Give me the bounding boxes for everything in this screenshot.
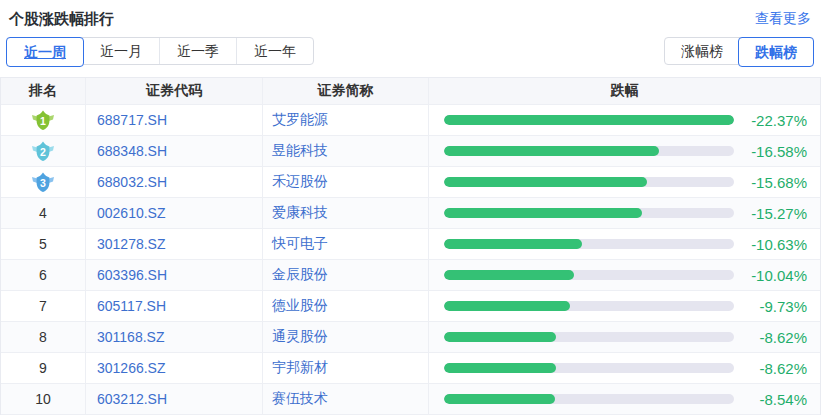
- rank-number: 7: [39, 298, 47, 314]
- change-cell: -15.68%: [429, 167, 820, 197]
- stock-name[interactable]: 快可电子: [263, 229, 429, 259]
- table-row[interactable]: 6 603396.SH 金辰股份 -10.04%: [1, 260, 820, 291]
- change-bar-track: [444, 363, 734, 373]
- change-bar-fill: [444, 177, 647, 187]
- stock-name[interactable]: 禾迈股份: [263, 167, 429, 197]
- stock-code[interactable]: 605117.SH: [86, 291, 263, 321]
- table-row[interactable]: 5 301278.SZ 快可电子 -10.63%: [1, 229, 820, 260]
- change-bar-fill: [444, 332, 556, 342]
- header-name: 证券简称: [263, 78, 429, 104]
- change-value: -10.04%: [734, 267, 807, 284]
- table-row[interactable]: 8 301168.SZ 通灵股份 -8.62%: [1, 322, 820, 353]
- change-value: -22.37%: [734, 112, 807, 129]
- ranking-table: 排名 证券代码 证券简称 跌幅 1 688717.SH 艾罗能源 -22.37%: [0, 77, 821, 415]
- change-bar-fill: [444, 270, 574, 280]
- rank-medal-icon: 2: [31, 140, 55, 162]
- change-bar-fill: [444, 146, 659, 156]
- stock-name[interactable]: 德业股份: [263, 291, 429, 321]
- change-value: -16.58%: [734, 143, 807, 160]
- change-value: -10.63%: [734, 236, 807, 253]
- change-value: -15.68%: [734, 174, 807, 191]
- change-bar-fill: [444, 363, 556, 373]
- change-value: -8.62%: [734, 329, 807, 346]
- change-bar-fill: [444, 394, 555, 404]
- stock-name[interactable]: 爱康科技: [263, 198, 429, 228]
- rank-cell: 9: [1, 353, 86, 383]
- table-row[interactable]: 2 688348.SH 昱能科技 -16.58%: [1, 136, 820, 167]
- stock-name[interactable]: 宇邦新材: [263, 353, 429, 383]
- header-rank: 排名: [1, 78, 86, 104]
- change-cell: -15.27%: [429, 198, 820, 228]
- stock-code[interactable]: 688717.SH: [86, 105, 263, 135]
- change-bar-track: [444, 177, 734, 187]
- period-tab-group: 近一周 近一月 近一季 近一年: [6, 37, 314, 65]
- stock-name[interactable]: 赛伍技术: [263, 384, 429, 414]
- change-value: -15.27%: [734, 205, 807, 222]
- rank-number: 8: [39, 329, 47, 345]
- see-more-link[interactable]: 查看更多: [755, 10, 811, 28]
- rank-cell: 8: [1, 322, 86, 352]
- table-row[interactable]: 1 688717.SH 艾罗能源 -22.37%: [1, 105, 820, 136]
- stock-name[interactable]: 通灵股份: [263, 322, 429, 352]
- controls-row: 近一周 近一月 近一季 近一年 涨幅榜 跌幅榜: [0, 37, 821, 65]
- stock-code[interactable]: 688032.SH: [86, 167, 263, 197]
- stock-code[interactable]: 603212.SH: [86, 384, 263, 414]
- table-row[interactable]: 7 605117.SH 德业股份 -9.73%: [1, 291, 820, 322]
- tab-last-week[interactable]: 近一周: [6, 37, 84, 67]
- change-bar-fill: [444, 208, 642, 218]
- tab-last-quarter[interactable]: 近一季: [159, 38, 236, 64]
- tab-last-month[interactable]: 近一月: [83, 38, 159, 64]
- change-cell: -8.54%: [429, 384, 820, 414]
- stock-code[interactable]: 688348.SH: [86, 136, 263, 166]
- stock-code[interactable]: 301168.SZ: [86, 322, 263, 352]
- change-bar-fill: [444, 115, 734, 125]
- rank-number: 4: [39, 205, 47, 221]
- stock-code[interactable]: 301278.SZ: [86, 229, 263, 259]
- change-bar-track: [444, 146, 734, 156]
- table-row[interactable]: 4 002610.SZ 爱康科技 -15.27%: [1, 198, 820, 229]
- change-cell: -8.62%: [429, 322, 820, 352]
- change-bar-fill: [444, 239, 582, 249]
- toggle-losers[interactable]: 跌幅榜: [738, 37, 814, 67]
- change-bar-track: [444, 208, 734, 218]
- table-body: 1 688717.SH 艾罗能源 -22.37% 2 688348.SH 昱能科…: [1, 105, 820, 415]
- header-change: 跌幅: [429, 78, 820, 104]
- rank-cell: 7: [1, 291, 86, 321]
- rank-cell: 5: [1, 229, 86, 259]
- table-row[interactable]: 9 301266.SZ 宇邦新材 -8.62%: [1, 353, 820, 384]
- change-bar-track: [444, 332, 734, 342]
- change-value: -8.54%: [734, 391, 807, 408]
- change-cell: -22.37%: [429, 105, 820, 135]
- rank-cell: 4: [1, 198, 86, 228]
- change-cell: -16.58%: [429, 136, 820, 166]
- toggle-gainers[interactable]: 涨幅榜: [665, 38, 739, 64]
- widget-header: 个股涨跌幅排行 查看更多: [0, 0, 821, 30]
- stock-code[interactable]: 301266.SZ: [86, 353, 263, 383]
- change-value: -9.73%: [734, 298, 807, 315]
- stock-name[interactable]: 艾罗能源: [263, 105, 429, 135]
- stock-name[interactable]: 金辰股份: [263, 260, 429, 290]
- stock-code[interactable]: 002610.SZ: [86, 198, 263, 228]
- svg-text:3: 3: [40, 177, 46, 189]
- rank-cell: 1: [1, 105, 86, 135]
- rank-number: 9: [39, 360, 47, 376]
- table-row[interactable]: 3 688032.SH 禾迈股份 -15.68%: [1, 167, 820, 198]
- stock-name[interactable]: 昱能科技: [263, 136, 429, 166]
- svg-text:1: 1: [40, 115, 46, 127]
- change-bar-track: [444, 301, 734, 311]
- rank-number: 5: [39, 236, 47, 252]
- board-toggle-group: 涨幅榜 跌幅榜: [664, 37, 814, 65]
- page-title: 个股涨跌幅排行: [9, 10, 114, 29]
- table-row[interactable]: 10 603212.SH 赛伍技术 -8.54%: [1, 384, 820, 415]
- change-cell: -10.63%: [429, 229, 820, 259]
- rank-cell: 3: [1, 167, 86, 197]
- rank-number: 10: [35, 391, 51, 407]
- change-value: -8.62%: [734, 360, 807, 377]
- stock-code[interactable]: 603396.SH: [86, 260, 263, 290]
- change-bar-track: [444, 239, 734, 249]
- rank-cell: 6: [1, 260, 86, 290]
- svg-text:2: 2: [40, 146, 46, 158]
- rank-medal-icon: 3: [31, 171, 55, 193]
- tab-last-year[interactable]: 近一年: [236, 38, 313, 64]
- rank-cell: 2: [1, 136, 86, 166]
